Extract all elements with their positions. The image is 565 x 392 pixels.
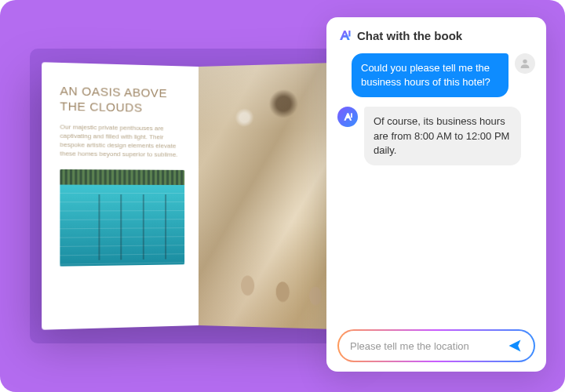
send-icon [507,338,523,354]
svg-rect-0 [348,31,350,37]
chat-message-bot: Of course, its business hours are from 8… [337,107,535,165]
ai-logo-icon [337,28,352,42]
user-avatar-icon [515,53,535,74]
chat-messages: Could you please tell me the business ho… [337,53,535,329]
pool-photo [60,169,184,267]
ai-avatar-icon [337,107,358,127]
app-stage: AN OASIS ABOVE THE CLOUDS Our majestic p… [0,0,565,392]
book-heading: AN OASIS ABOVE THE CLOUDS [60,84,184,116]
chat-input[interactable] [350,340,504,352]
user-bubble: Could you please tell me the business ho… [352,53,508,97]
chat-panel: Chat with the book Could you please tell… [326,17,546,372]
chat-title: Chat with the book [357,29,462,42]
chat-message-user: Could you please tell me the business ho… [337,53,535,97]
bot-bubble: Of course, its business hours are from 8… [364,107,521,165]
chat-input-container [337,329,535,362]
send-button[interactable] [504,335,526,357]
book-spread: AN OASIS ABOVE THE CLOUDS Our majestic p… [46,67,352,325]
svg-point-1 [523,60,527,64]
svg-rect-2 [351,114,352,118]
book-body-text: Our majestic private penthouses are capt… [60,122,184,159]
book-page-left: AN OASIS ABOVE THE CLOUDS Our majestic p… [42,62,199,330]
chat-header: Chat with the book [337,28,535,42]
